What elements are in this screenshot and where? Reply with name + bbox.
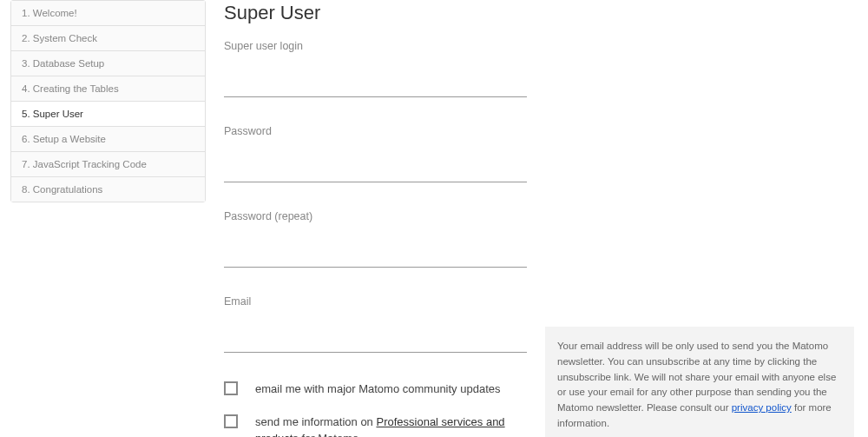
login-input[interactable] [224,73,527,97]
email-label: Email [224,295,536,308]
install-steps-sidebar: 1. Welcome! 2. System Check 3. Database … [10,0,206,202]
sidebar-item-setup-website[interactable]: 6. Setup a Website [11,127,205,152]
sidebar-item-label: 7. JavaScript Tracking Code [22,159,147,169]
sidebar-item-tracking-code[interactable]: 7. JavaScript Tracking Code [11,152,205,177]
sidebar-item-database-setup[interactable]: 3. Database Setup [11,51,205,76]
professional-checkbox[interactable] [224,414,238,428]
page-title: Super User [224,2,536,24]
professional-label-suffix: for Matomo [299,432,358,437]
login-field-group: Super user login [224,40,536,97]
sidebar-item-label: 3. Database Setup [22,58,104,69]
sidebar-item-label: 5. Super User [22,109,83,119]
sidebar-item-super-user[interactable]: 5. Super User [11,102,205,127]
sidebar-item-creating-tables[interactable]: 4. Creating the Tables [11,76,205,102]
privacy-policy-link[interactable]: privacy policy [732,402,792,413]
sidebar-item-label: 8. Congratulations [22,184,102,195]
sidebar-item-welcome[interactable]: 1. Welcome! [11,1,205,26]
email-input[interactable] [224,328,527,353]
professional-checkbox-label: send me information on Professional serv… [255,414,536,438]
sidebar-item-label: 1. Welcome! [22,8,77,18]
password-field-group: Password [224,125,536,182]
professional-label-prefix: send me information on [255,415,376,428]
sidebar-item-system-check[interactable]: 2. System Check [11,26,205,51]
email-field-group: Email [224,295,536,353]
password-repeat-label: Password (repeat) [224,210,536,222]
sidebar-item-congratulations[interactable]: 8. Congratulations [11,177,205,202]
password-repeat-field-group: Password (repeat) [224,210,536,268]
newsletter-checkbox-label: email me with major Matomo community upd… [255,381,501,398]
password-repeat-input[interactable] [224,243,527,268]
login-label: Super user login [224,40,536,52]
professional-checkbox-row: send me information on Professional serv… [224,414,536,438]
privacy-notice: Your email address will be only used to … [545,327,854,437]
sidebar-item-label: 4. Creating the Tables [22,83,119,94]
password-input[interactable] [224,158,527,182]
password-label: Password [224,125,536,137]
checkbox-section: email me with major Matomo community upd… [224,381,536,437]
sidebar-item-label: 2. System Check [22,33,97,43]
newsletter-checkbox[interactable] [224,381,238,395]
main-form: Super User Super user login Password Pas… [224,0,536,437]
newsletter-checkbox-row: email me with major Matomo community upd… [224,381,536,398]
sidebar-item-label: 6. Setup a Website [22,134,106,144]
